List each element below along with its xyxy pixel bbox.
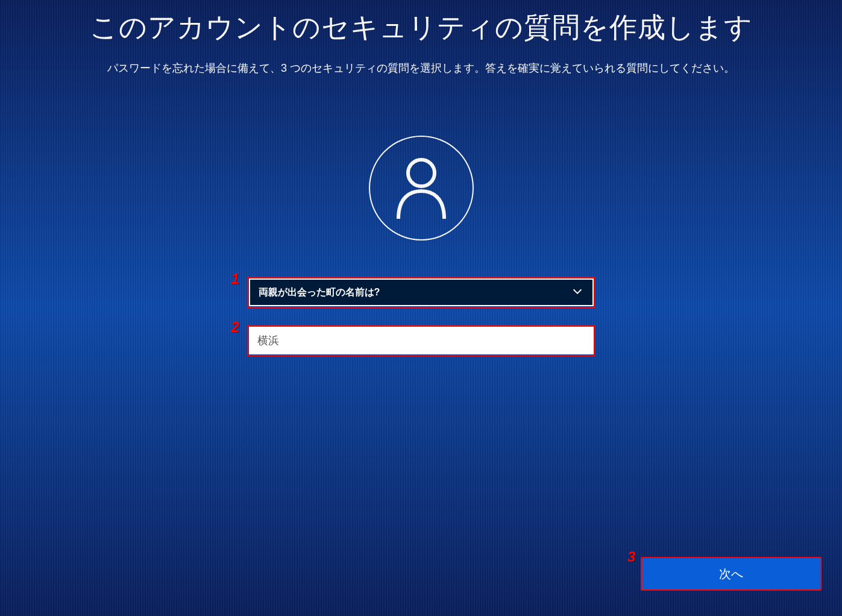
page-subtitle: パスワードを忘れた場合に備えて、3 つのセキュリティの質問を選択します。答えを確… (0, 61, 842, 75)
annotation-number-2: 2 (231, 319, 239, 336)
annotation-number-1: 1 (231, 271, 239, 288)
answer-row: 2 (247, 325, 595, 356)
security-answer-input[interactable] (249, 327, 594, 354)
avatar (369, 136, 474, 240)
chevron-down-icon (571, 284, 584, 300)
annotation-box-1: 両親が出会った町の名前は? (247, 277, 595, 308)
security-question-form: 1 両親が出会った町の名前は? 2 (0, 277, 842, 373)
question-select-row: 1 両親が出会った町の名前は? (247, 277, 595, 308)
page-title: このアカウントのセキュリティの質問を作成します (0, 0, 842, 44)
annotation-number-3: 3 (627, 548, 635, 565)
avatar-container (0, 136, 842, 240)
next-button[interactable]: 次へ (641, 557, 822, 591)
annotation-box-2 (247, 325, 595, 356)
svg-point-0 (408, 160, 435, 186)
user-icon (391, 154, 451, 222)
security-question-select[interactable]: 両親が出会った町の名前は? (249, 278, 594, 306)
security-question-selected-label: 両親が出会った町の名前は? (259, 286, 380, 299)
next-button-container: 3 次へ (641, 557, 822, 591)
